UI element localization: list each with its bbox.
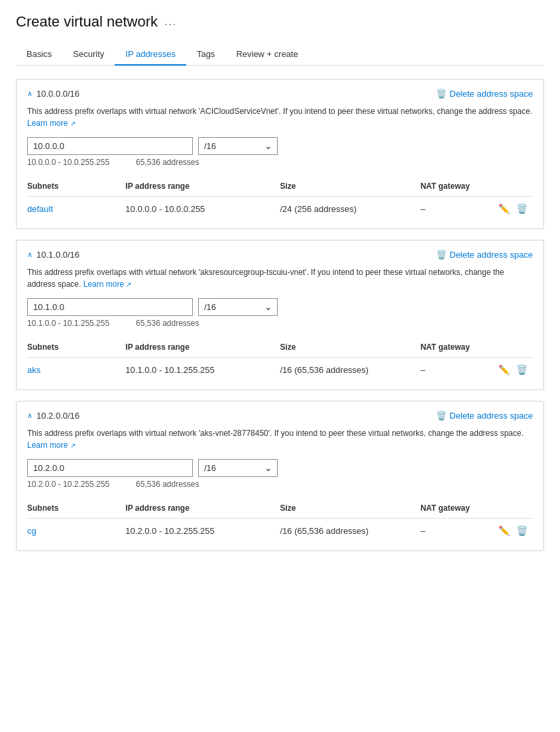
delete-subnet-icon[interactable]: 🗑️ [516,364,528,375]
card-title-3: ∧ 10.2.0.0/16 [27,411,80,421]
address-space-title-1: 10.0.0.0/16 [36,89,80,99]
delete-address-space-label-2: Delete address space [449,250,533,260]
ip-address-input-2[interactable] [27,298,193,316]
col-header-nat-3: NAT gateway [420,498,490,519]
delete-subnet-icon[interactable]: 🗑️ [516,203,528,214]
address-count-2: 65,536 addresses [136,319,199,328]
cidr-select-wrapper-2: /16 /8 /24 [198,298,278,316]
delete-address-space-label-1: Delete address space [449,89,533,99]
subnet-ip-range: 10.2.0.0 - 10.2.255.255 [125,519,280,541]
card-title-1: ∧ 10.0.0.0/16 [27,89,80,99]
learn-more-link-1[interactable]: Learn more ↗ [27,119,76,128]
cidr-select-3[interactable]: /16 /8 /24 [198,459,278,477]
edit-subnet-icon[interactable]: ✏️ [498,203,510,214]
delete-subnet-icon[interactable]: 🗑️ [516,525,528,536]
edit-subnet-icon[interactable]: ✏️ [498,525,510,536]
subnets-table-2: Subnets IP address range Size NAT gatewa… [27,337,533,379]
ip-range-text-1: 10.0.0.0 - 10.0.255.255 [27,158,109,167]
ip-address-input-3[interactable] [27,459,193,477]
subnet-row: default 10.0.0.0 - 10.0.0.255 /24 (256 a… [27,197,533,219]
subnets-header-1: Subnets IP address range Size NAT gatewa… [27,176,533,197]
card-header-3: ∧ 10.2.0.0/16 🗑️ Delete address space [27,411,533,421]
subnet-ip-range: 10.0.0.0 - 10.0.0.255 [125,197,280,219]
subnet-size: /16 (65,536 addresses) [280,358,420,380]
subnet-row: cg 10.2.0.0 - 10.2.255.255 /16 (65,536 a… [27,519,533,541]
subnets-tbody-1: default 10.0.0.0 - 10.0.0.255 /24 (256 a… [27,197,533,219]
external-link-icon-2: ↗ [126,281,131,288]
delete-trash-icon-2: 🗑️ [436,250,447,260]
subnet-nat: – [420,197,490,219]
address-spaces-container: ∧ 10.0.0.0/16 🗑️ Delete address space Th… [16,79,544,551]
edit-subnet-icon[interactable]: ✏️ [498,364,510,375]
col-header-actions-1 [490,176,533,197]
range-info-1: 10.0.0.0 - 10.0.255.255 65,536 addresses [27,158,533,167]
address-card-2: ∧ 10.1.0.0/16 🗑️ Delete address space Th… [16,240,544,390]
delete-trash-icon-3: 🗑️ [436,411,447,421]
delete-address-space-btn-1[interactable]: 🗑️ Delete address space [436,89,533,99]
address-count-1: 65,536 addresses [136,158,199,167]
range-info-2: 10.1.0.0 - 10.1.255.255 65,536 addresses [27,319,533,328]
tab-security[interactable]: Security [62,44,115,66]
warning-text-3: This address prefix overlaps with virtua… [27,427,533,451]
collapse-icon-2[interactable]: ∧ [27,250,32,259]
subnet-size: /24 (256 addresses) [280,197,420,219]
page-title-container: Create virtual network ... [16,13,544,30]
address-card-1: ∧ 10.0.0.0/16 🗑️ Delete address space Th… [16,79,544,229]
tab-nav: Basics Security IP addresses Tags Review… [16,44,544,66]
page-title-ellipsis: ... [164,16,177,28]
subnets-header-2: Subnets IP address range Size NAT gatewa… [27,337,533,358]
subnet-nat: – [420,358,490,380]
collapse-icon-1[interactable]: ∧ [27,89,32,98]
col-header-ip-range-2: IP address range [125,337,280,358]
address-space-title-3: 10.2.0.0/16 [36,411,80,421]
learn-more-link-3[interactable]: Learn more ↗ [27,441,76,450]
subnet-actions: ✏️ 🗑️ [490,519,533,541]
ip-input-row-1: /16 /8 /24 [27,137,533,155]
col-header-size-1: Size [280,176,420,197]
subnets-table-3: Subnets IP address range Size NAT gatewa… [27,498,533,540]
warning-text-2: This address prefix overlaps with virtua… [27,266,533,290]
external-link-icon-1: ↗ [70,120,76,127]
range-info-3: 10.2.0.0 - 10.2.255.255 65,536 addresses [27,480,533,489]
collapse-icon-3[interactable]: ∧ [27,411,32,420]
subnet-link-0[interactable]: aks [27,365,40,375]
tab-ip-addresses[interactable]: IP addresses [115,44,186,66]
subnets-tbody-2: aks 10.1.0.0 - 10.1.255.255 /16 (65,536 … [27,358,533,380]
ip-range-text-2: 10.1.0.0 - 10.1.255.255 [27,319,109,328]
tab-review-create[interactable]: Review + create [225,44,309,66]
ip-range-text-3: 10.2.0.0 - 10.2.255.255 [27,480,109,489]
subnet-link-0[interactable]: cg [27,526,36,536]
cidr-select-wrapper-1: /16 /8 /24 [198,137,278,155]
col-header-subnets-3: Subnets [27,498,125,519]
col-header-nat-2: NAT gateway [420,337,490,358]
cidr-select-wrapper-3: /16 /8 /24 [198,459,278,477]
ip-input-row-2: /16 /8 /24 [27,298,533,316]
col-header-subnets-1: Subnets [27,176,125,197]
tab-tags[interactable]: Tags [186,44,225,66]
address-count-3: 65,536 addresses [136,480,199,489]
subnets-header-3: Subnets IP address range Size NAT gatewa… [27,498,533,519]
ip-address-input-1[interactable] [27,137,193,155]
col-header-actions-2 [490,337,533,358]
subnet-link-0[interactable]: default [27,204,53,214]
delete-address-space-btn-3[interactable]: 🗑️ Delete address space [436,411,533,421]
card-title-2: ∧ 10.1.0.0/16 [27,250,80,260]
cidr-select-2[interactable]: /16 /8 /24 [198,298,278,316]
subnet-size: /16 (65,536 addresses) [280,519,420,541]
delete-address-space-btn-2[interactable]: 🗑️ Delete address space [436,250,533,260]
subnet-ip-range: 10.1.0.0 - 10.1.255.255 [125,358,280,380]
tab-basics[interactable]: Basics [16,44,62,66]
address-space-title-2: 10.1.0.0/16 [36,250,80,260]
address-card-3: ∧ 10.2.0.0/16 🗑️ Delete address space Th… [16,401,544,551]
col-header-ip-range-3: IP address range [125,498,280,519]
cidr-select-1[interactable]: /16 /8 /24 [198,137,278,155]
learn-more-link-2[interactable]: Learn more ↗ [84,280,132,289]
subnets-tbody-3: cg 10.2.0.0 - 10.2.255.255 /16 (65,536 a… [27,519,533,541]
col-header-subnets-2: Subnets [27,337,125,358]
card-header-1: ∧ 10.0.0.0/16 🗑️ Delete address space [27,89,533,99]
delete-trash-icon-1: 🗑️ [436,89,447,99]
delete-address-space-label-3: Delete address space [449,411,533,421]
subnet-row: aks 10.1.0.0 - 10.1.255.255 /16 (65,536 … [27,358,533,380]
subnet-actions: ✏️ 🗑️ [490,197,533,219]
col-header-nat-1: NAT gateway [420,176,490,197]
